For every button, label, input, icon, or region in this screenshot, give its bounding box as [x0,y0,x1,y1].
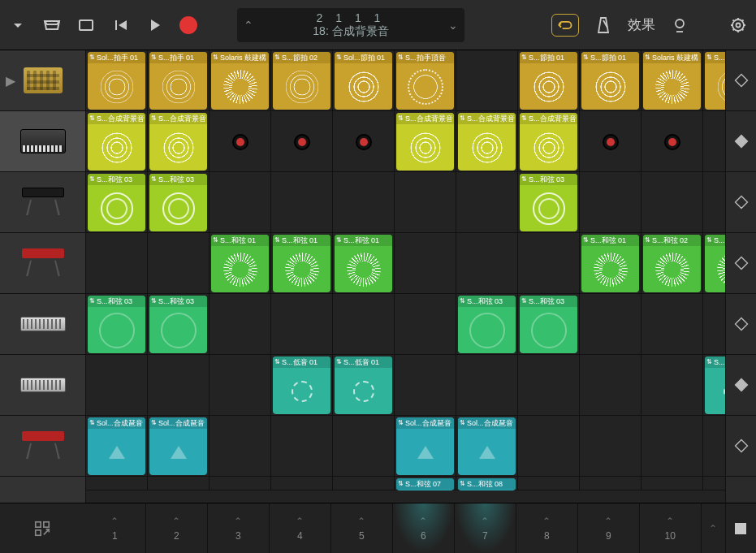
play-icon[interactable] [145,15,164,35]
loop-cell[interactable]: S...拍手頂音 [396,52,454,110]
grid-slot[interactable] [86,477,148,490]
grid-slot[interactable] [210,111,271,172]
grid-slot[interactable]: S...低音 01 [333,355,395,416]
loop-cell[interactable]: S...合成背景音 [149,113,207,171]
grid-slot[interactable] [580,294,642,355]
lcd-prev-icon[interactable]: ⌃ [244,19,253,32]
grid-slot[interactable] [333,111,395,172]
grid-slot[interactable] [703,172,725,233]
grid-slot[interactable] [703,477,725,490]
loop-cell[interactable]: S...和弦 01 [581,235,639,292]
loop-cell[interactable]: S...低音 01 [273,356,330,414]
loop-cell[interactable]: Sol...合成琶音 [458,417,516,475]
loop-cell[interactable]: S...和弦 02 [643,235,701,292]
grid-slot[interactable]: S...和弦 01 [580,233,642,294]
grid-slot[interactable]: S...和弦 01 [333,233,395,294]
grid-slot[interactable] [518,416,580,477]
grid-slot[interactable] [642,355,703,416]
grid-slot[interactable]: S...合成背景音 [518,111,580,172]
loop-cell[interactable]: S...和弦 08 [458,478,516,490]
grid-slot[interactable]: S...和弦 03 [518,172,580,233]
lcd-next-icon[interactable]: ⌄ [448,19,458,32]
grid-slot[interactable]: Sol...拍手 01 [86,50,148,111]
scene-trigger-9[interactable]: ⌃9 [578,503,640,553]
loop-cell[interactable]: S...節拍 01 [520,52,577,110]
grid-slot[interactable] [456,355,518,416]
grid-slot[interactable]: S...和弦 01 [210,233,271,294]
grid-slot[interactable]: S...節拍 01 [518,50,580,111]
grid-slot[interactable] [210,477,271,490]
grid-slot[interactable]: S...和弦 03 [456,294,518,355]
grid-slot[interactable] [518,233,580,294]
empty-record-slot[interactable] [703,111,725,172]
grid-slot[interactable]: S...拍手頂音 [395,50,456,111]
scene-trigger-3[interactable]: ⌃3 [208,503,270,553]
grid-slot[interactable]: Solaris 鼓建構 [210,50,271,111]
grid-slot[interactable]: Solaris 鼓建構 [642,50,703,111]
grid-slot[interactable]: S...和弦 03 [86,172,148,233]
loop-cell[interactable]: Sol...合成琶音 [396,417,454,475]
grid-slot[interactable] [333,172,395,233]
grid-slot[interactable] [271,172,333,233]
loop-cell[interactable]: S...節拍 02 [705,52,725,110]
empty-record-slot[interactable] [271,111,332,172]
grid-edit-icon[interactable] [0,503,84,553]
stop-all-button[interactable] [726,503,756,553]
track-header-keys-red2[interactable]: ▶ [0,416,85,477]
grid-slot[interactable] [642,477,703,490]
rewind-icon[interactable] [110,15,130,35]
grid-slot[interactable] [395,355,456,416]
grid-slot[interactable]: S...和弦 07 [395,477,456,490]
automation-toggle[interactable] [726,294,756,355]
grid-slot[interactable] [456,233,518,294]
scene-trigger-more[interactable]: ⌃ [702,503,726,553]
grid-slot[interactable]: S...低音 01 [271,355,333,416]
loop-cell[interactable]: S...和弦 02 [705,235,725,292]
grid-slot[interactable] [703,416,725,477]
grid-slot[interactable] [210,355,271,416]
scene-trigger-8[interactable]: ⌃8 [516,503,578,553]
loop-cell[interactable]: S...拍手 01 [149,52,207,110]
loop-cell[interactable]: S...和弦 01 [211,235,269,292]
grid-slot[interactable] [395,172,456,233]
grid-slot[interactable]: S...拍手 01 [148,50,210,111]
grid-slot[interactable] [271,294,333,355]
grid-slot[interactable] [395,294,456,355]
grid-slot[interactable]: S...和弦 02 [642,233,703,294]
automation-toggle[interactable] [726,416,756,477]
grid-slot[interactable] [210,416,271,477]
automation-toggle[interactable] [726,111,756,172]
loop-cell[interactable]: S...和弦 03 [520,296,577,353]
track-header-drum[interactable]: ▶ [0,50,85,111]
grid-slot[interactable] [333,294,395,355]
master-track-icon[interactable] [670,15,689,35]
grid-slot[interactable] [271,111,333,172]
track-header-keys-red[interactable]: ▶ [0,233,85,294]
automation-toggle[interactable] [726,233,756,294]
loop-cell[interactable]: S...和弦 01 [273,235,330,292]
scene-trigger-7[interactable]: ⌃7 [455,503,516,553]
loop-cell[interactable]: S...合成背景音 [458,113,516,171]
menu-dropdown-icon[interactable] [8,15,28,35]
loop-cell[interactable]: S...和弦 03 [458,296,516,353]
scene-trigger-10[interactable]: ⌃10 [640,503,702,553]
loop-cell[interactable]: S...低音 02 [705,356,725,414]
grid-slot[interactable] [333,416,395,477]
grid-slot[interactable]: Sol...合成琶音 [86,416,148,477]
grid-slot[interactable]: Sol...節拍 01 [333,50,395,111]
track-header-keys-black[interactable]: ▶ [0,172,85,233]
grid-slot[interactable] [642,172,703,233]
grid-slot[interactable]: S...合成背景音 [456,111,518,172]
loop-cell[interactable]: S...和弦 03 [88,296,145,353]
grid-slot[interactable] [580,477,642,490]
grid-slot[interactable]: S...低音 02 [703,355,725,416]
loop-cell[interactable]: Solaris 鼓建構 [211,52,269,110]
scene-trigger-5[interactable]: ⌃5 [331,503,393,553]
fx-button[interactable]: 效果 [628,15,655,34]
track-header-rack1[interactable]: ▶ [0,294,85,355]
grid-slot[interactable] [580,416,642,477]
grid-slot[interactable] [642,111,703,172]
grid-slot[interactable]: Sol...合成琶音 [456,416,518,477]
empty-record-slot[interactable] [333,111,394,172]
loop-cell[interactable]: S...節拍 02 [273,52,330,110]
